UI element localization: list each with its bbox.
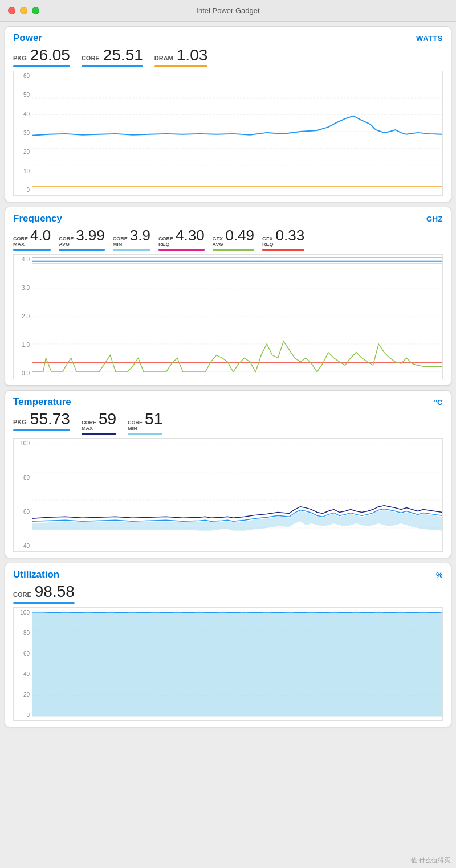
util-y-20: 20	[14, 692, 32, 698]
temperature-chart-svg	[32, 439, 442, 550]
temp-core-max-label2: MAX	[82, 426, 93, 432]
power-core-value: 25.51	[103, 46, 143, 64]
freq-y-00: 0.0	[14, 371, 32, 376]
power-y-20: 20	[14, 149, 32, 155]
power-dram-label: DRAM	[154, 55, 173, 62]
freq-metric-core-req: CORE REQ 4.30	[158, 227, 205, 251]
freq-core-max-label2: MAX	[13, 242, 25, 248]
frequency-header: Frequency GHZ	[13, 213, 443, 224]
freq-core-min-label2: MIN	[113, 242, 123, 248]
power-pkg-value: 26.05	[30, 46, 70, 64]
temperature-title: Temperature	[13, 396, 71, 408]
power-y-60: 60	[14, 73, 32, 79]
util-metric-core: CORE 98.58	[13, 583, 75, 604]
frequency-chart-svg	[32, 255, 442, 378]
util-y-80: 80	[14, 630, 32, 636]
temp-core-min-label2: MIN	[128, 426, 137, 432]
utilization-unit: %	[436, 571, 443, 579]
temp-y-40: 40	[14, 543, 32, 549]
power-pkg-line	[32, 116, 442, 135]
freq-gfx-avg-value: 0.49	[225, 227, 254, 244]
frequency-unit: GHZ	[426, 215, 443, 223]
maximize-button[interactable]	[32, 7, 39, 14]
temp-pkg-underline	[13, 429, 70, 431]
freq-y-10: 1.0	[14, 342, 32, 348]
freq-core-avg-underline	[59, 249, 105, 251]
utilization-chart: 100 80 60 40 20 0	[13, 607, 443, 721]
freq-gfx-avg-label2: AVG	[213, 242, 223, 248]
freq-gfx-req-label2: REQ	[262, 242, 274, 248]
util-y-40: 40	[14, 672, 32, 677]
freq-y-40: 4.0	[14, 257, 32, 263]
power-metric-dram: DRAM 1.03	[154, 46, 208, 67]
utilization-title: Utilization	[13, 569, 59, 580]
utilization-metrics-row: CORE 98.58	[13, 583, 443, 604]
temp-pkg-value: 55.73	[30, 410, 70, 428]
freq-metric-core-min: CORE MIN 3.9	[113, 227, 150, 251]
freq-gfx-req-value: 0.33	[276, 227, 305, 244]
freq-metric-gfx-avg: GFX AVG 0.49	[213, 227, 254, 251]
freq-core-req-value: 4.30	[176, 227, 205, 244]
util-y-60: 60	[14, 651, 32, 657]
utilization-panel: Utilization % CORE 98.58 100 80 60 40 20…	[5, 563, 451, 727]
temperature-chart: 100 80 60 40	[13, 438, 443, 552]
frequency-metrics-row: CORE MAX 4.0 CORE AVG 3.99	[13, 227, 443, 251]
frequency-title: Frequency	[13, 213, 62, 224]
traffic-lights	[8, 7, 39, 14]
utilization-chart-svg	[32, 608, 442, 719]
temp-core-max-underline	[82, 433, 116, 435]
window-title: Intel Power Gadget	[196, 6, 259, 15]
temp-metric-core-min: CORE MIN 51	[128, 410, 162, 435]
power-core-underline	[82, 65, 143, 67]
titlebar: Intel Power Gadget	[0, 0, 456, 22]
frequency-y-labels: 4.0 3.0 2.0 1.0 0.0	[14, 255, 32, 379]
power-header: Power WATTS	[13, 32, 443, 44]
power-metric-pkg: PKG 26.05	[13, 46, 70, 67]
freq-gfx-req-underline	[262, 249, 304, 251]
close-button[interactable]	[8, 7, 15, 14]
frequency-chart: 4.0 3.0 2.0 1.0 0.0	[13, 254, 443, 379]
power-y-0: 0	[14, 187, 32, 193]
freq-gfx-avg-underline	[213, 249, 254, 251]
power-y-40: 40	[14, 112, 32, 117]
freq-core-max-value: 4.0	[30, 227, 51, 244]
freq-core-max-underline	[13, 249, 51, 251]
utilization-y-labels: 100 80 60 40 20 0	[14, 608, 32, 720]
temp-metric-pkg: PKG 55.73	[13, 410, 70, 431]
power-panel: Power WATTS PKG 26.05 CORE 25.51	[5, 26, 451, 202]
temperature-unit: °C	[434, 398, 443, 407]
freq-core-min-value: 3.9	[130, 227, 150, 244]
util-core-label: CORE	[13, 591, 31, 598]
freq-gfx-avg-line	[32, 341, 442, 372]
freq-core-avg-value: 3.99	[76, 227, 105, 244]
temp-area	[32, 510, 442, 530]
freq-y-30: 3.0	[14, 285, 32, 291]
util-core-underline	[13, 602, 75, 604]
util-y-0: 0	[14, 713, 32, 718]
freq-core-min-underline	[113, 249, 150, 251]
temperature-metrics-row: PKG 55.73 CORE MAX 59	[13, 410, 443, 435]
utilization-header: Utilization %	[13, 569, 443, 580]
temp-y-60: 60	[14, 509, 32, 515]
power-metric-core: CORE 25.51	[82, 46, 143, 67]
util-core-value: 98.58	[35, 583, 75, 601]
panels-container: Power WATTS PKG 26.05 CORE 25.51	[0, 22, 456, 732]
temp-y-80: 80	[14, 475, 32, 481]
freq-core-req-underline	[158, 249, 205, 251]
power-unit: WATTS	[416, 34, 443, 43]
power-y-10: 10	[14, 169, 32, 174]
temperature-y-labels: 100 80 60 40	[14, 439, 32, 551]
power-y-50: 50	[14, 92, 32, 98]
freq-y-20: 2.0	[14, 314, 32, 320]
freq-metric-gfx-req: GFX REQ 0.33	[262, 227, 304, 251]
temp-core-max-value: 59	[99, 410, 116, 428]
util-area	[32, 611, 442, 716]
power-pkg-underline	[13, 65, 70, 67]
temp-y-100: 100	[14, 441, 32, 447]
power-y-labels: 60 50 40 30 20 10 0	[14, 71, 32, 195]
minimize-button[interactable]	[20, 7, 27, 14]
power-dram-underline	[154, 65, 208, 67]
frequency-panel: Frequency GHZ CORE MAX 4.0 CORE	[5, 207, 451, 386]
power-chart-svg	[32, 71, 442, 194]
power-chart: 60 50 40 30 20 10 0	[13, 71, 443, 196]
